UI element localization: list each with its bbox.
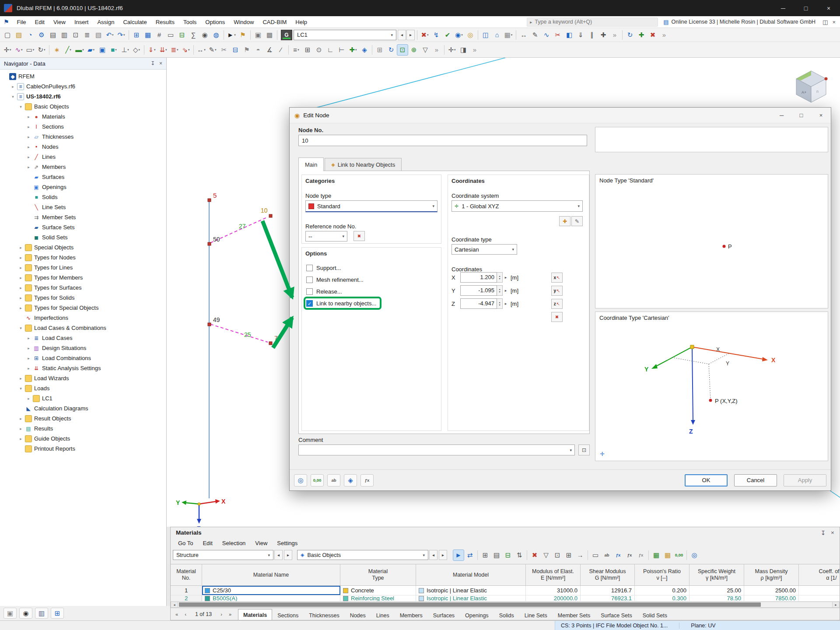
dropdown-caret-icon[interactable]: ▾ — [234, 33, 236, 37]
filter-rows-icon[interactable]: ▽ — [540, 550, 552, 561]
tree-chevron-icon[interactable]: ▸ — [25, 336, 32, 340]
menu-item[interactable]: Assign — [93, 16, 119, 28]
search-table-icon[interactable]: ◎ — [689, 550, 700, 561]
menu-item[interactable]: Selection — [217, 538, 250, 548]
guidelines-icon[interactable]: ⊢ — [336, 44, 347, 56]
table-column-header[interactable]: Coeff. of Tα [1/ — [799, 564, 840, 585]
table-tab[interactable]: Materials — [238, 609, 272, 620]
table-cell[interactable]: Isotropic | Linear Elastic — [416, 586, 526, 595]
tree-item[interactable]: ◆ RFEM — [0, 71, 166, 81]
line-load-icon[interactable]: ⇊▾ — [158, 44, 169, 56]
table-column-header[interactable]: Poisson's Ratioν [--] — [635, 564, 690, 585]
printout-report-icon[interactable]: ⊡ — [70, 29, 81, 41]
table-cell[interactable]: B500S(A) — [202, 595, 340, 601]
tree-item[interactable]: ◼ Solid Sets — [0, 232, 166, 242]
menu-item[interactable]: View — [49, 16, 70, 28]
settings-gear-icon[interactable]: ⚙ — [36, 29, 47, 41]
tree-chevron-icon[interactable]: ▸ — [18, 296, 24, 300]
dropdown-caret-icon[interactable]: ▾ — [427, 33, 429, 37]
delete-results-icon[interactable]: ✖▾ — [419, 29, 430, 41]
snap-objects-icon[interactable]: ⊙ — [313, 44, 325, 56]
dimension-tool-icon[interactable]: ↔▾ — [196, 44, 207, 56]
search-input[interactable] — [535, 19, 655, 25]
menu-item[interactable]: Go To — [173, 538, 198, 548]
tables-icon[interactable]: ⊞ — [51, 608, 64, 619]
next-filter-button[interactable]: ▸ — [284, 550, 292, 560]
rendering-icon[interactable]: ▦▾ — [503, 29, 514, 41]
delete-objects-icon[interactable]: ✖ — [647, 29, 658, 41]
table-column-header[interactable]: Specific Weightγ [kN/m³] — [690, 564, 744, 585]
views-icon[interactable]: ⌂ — [491, 29, 503, 41]
next-table-button[interactable]: ▸ — [439, 550, 447, 560]
coordinate-system-dropdown[interactable]: ✛ 1 - Global XYZ ▾ — [452, 200, 583, 212]
previous-table-button[interactable]: ◂ — [429, 550, 438, 560]
import-table-icon[interactable]: ⇅ — [514, 550, 525, 561]
new-surface-icon[interactable]: ▰▾ — [85, 44, 97, 56]
show-results-icon[interactable]: ◉▾ — [453, 29, 465, 41]
menu-item[interactable]: View — [250, 538, 272, 548]
table-cell[interactable]: 1 — [171, 586, 202, 595]
last-table-button[interactable]: » — [226, 610, 234, 619]
import-icon[interactable]: ⇓ — [575, 29, 586, 41]
table-column-header[interactable]: Material Model — [416, 564, 526, 585]
section-cut-icon[interactable]: ✂ — [552, 29, 564, 41]
preview-3d-icon[interactable]: ◈ — [344, 474, 357, 486]
tree-item[interactable]: ▰ Surfaces — [0, 172, 166, 182]
dropdown-caret-icon[interactable]: ▾ — [93, 48, 95, 52]
copy-row-icon[interactable]: ⊡ — [552, 550, 563, 561]
table-column-header[interactable]: Mass Densityρ [kg/m³] — [744, 564, 799, 585]
copy-comment-button[interactable]: ⊡ — [578, 444, 590, 455]
tree-item[interactable]: ▸ ≡ CableOnPulleys.rf6 — [0, 81, 166, 91]
calculate-all-icon[interactable]: ↯ — [430, 29, 442, 41]
pick-all-coordinates-button[interactable]: ✖ — [551, 312, 563, 322]
fx-icon[interactable]: ƒx — [612, 550, 624, 561]
pick-coordinate-button[interactable]: y↖ — [551, 286, 563, 296]
tree-chevron-icon[interactable]: ▾ — [18, 105, 24, 109]
table-tab[interactable]: Member Sets — [553, 610, 595, 620]
tree-chevron-icon[interactable]: ▸ — [25, 115, 32, 119]
sphere-icon[interactable]: ◓ — [252, 44, 264, 56]
table-column-header[interactable]: Modulus of Elast.E [N/mm²] — [526, 564, 581, 585]
pan-icon[interactable]: ✛▾ — [446, 44, 458, 56]
check-model-icon[interactable]: ✔ — [442, 29, 453, 41]
web-services-icon[interactable]: ◍ — [210, 29, 222, 41]
snapshot-icon[interactable]: ◉ — [199, 29, 210, 41]
angle-icon[interactable]: ∡ — [264, 44, 275, 56]
tree-item[interactable]: ▸ Types for Special Objects — [0, 303, 166, 313]
dropdown-caret-icon[interactable]: ▾ — [127, 48, 129, 52]
navigation-cube[interactable]: A+ n — [793, 68, 830, 105]
dropdown-caret-icon[interactable]: ▾ — [188, 48, 190, 52]
snap-grid-icon[interactable]: ⊞ — [302, 44, 313, 56]
checkbox-icon[interactable] — [306, 276, 313, 283]
option-checkbox-row[interactable]: Mesh refinement... — [305, 275, 367, 284]
ortho-mode-icon[interactable]: ∟ — [325, 44, 336, 56]
chart-icon[interactable]: ▦ — [662, 550, 673, 561]
print-icon[interactable]: ▤ — [47, 29, 59, 41]
option-checkbox-row[interactable]: Support... — [305, 263, 344, 273]
table-cell[interactable]: 76923.1 — [581, 595, 635, 601]
pin-icon[interactable]: ↧ — [150, 60, 155, 66]
pin-icon[interactable]: ↧ — [821, 529, 826, 536]
tree-chevron-icon[interactable]: ▾ — [18, 326, 24, 330]
dialog-close-button[interactable]: × — [811, 108, 831, 123]
panel-icon[interactable]: ▭ — [590, 550, 601, 561]
table-cell[interactable]: Concrete — [340, 586, 416, 595]
ab-icon[interactable]: ab — [601, 550, 612, 561]
dialog-button[interactable]: Cancel — [734, 474, 777, 486]
add-view-icon[interactable]: ⊕ — [408, 44, 420, 56]
new-hinge-icon[interactable]: ◇▾ — [131, 44, 142, 56]
table-cell[interactable]: 0.300 — [635, 595, 690, 601]
new-solid-icon[interactable]: ■▾ — [108, 44, 119, 56]
tree-chevron-icon[interactable]: ▾ — [18, 386, 24, 391]
dialog-maximize-button[interactable]: □ — [791, 108, 811, 123]
spinner-control[interactable]: ▴▾ — [497, 285, 503, 296]
reference-node-dropdown[interactable]: -- ▾ — [305, 231, 347, 242]
guide-object-icon[interactable]: ⚑ — [241, 44, 252, 56]
tree-chevron-icon[interactable]: ▸ — [25, 125, 32, 129]
tree-item[interactable]: ◣ Calculation Diagrams — [0, 403, 166, 413]
node-type-dropdown[interactable]: Standard ▾ — [305, 200, 438, 212]
dialog-tab[interactable]: ◈ Link to Nearby Objects — [325, 158, 402, 171]
split-view-icon[interactable]: ◨ — [458, 44, 469, 56]
previous-filter-button[interactable]: ◂ — [274, 550, 283, 560]
option-checkbox-row[interactable]: Link to nearby objects... — [305, 298, 380, 308]
